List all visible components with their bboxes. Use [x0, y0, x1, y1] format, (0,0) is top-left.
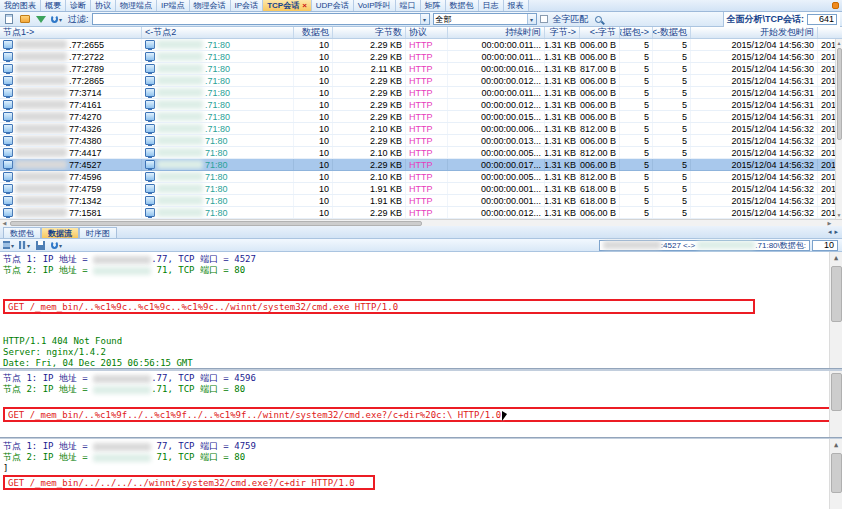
scroll-thumb[interactable]	[831, 453, 842, 493]
export-button[interactable]	[2, 13, 15, 25]
bytes-cell: 2.11 KB	[333, 63, 406, 74]
start-time-cell: 2015/12/04 14:56:32	[691, 207, 818, 218]
table-horizontal-scrollbar[interactable]: ◀ ▶	[0, 219, 842, 226]
detail-tab-时序图[interactable]: 时序图	[79, 227, 117, 238]
tab-协议[interactable]: 协议	[91, 0, 116, 11]
pane-scrollbar[interactable]	[829, 371, 842, 437]
tab-TCP会话[interactable]: TCP会话×	[263, 0, 312, 11]
filter-button[interactable]	[34, 13, 47, 25]
redacted-ip	[157, 112, 203, 121]
table-row[interactable]: 77:475971:80101.91 KBHTTP00:00:00.001...…	[0, 183, 835, 195]
tab-label: TCP会话	[267, 0, 299, 11]
pane-scrollbar[interactable]: ▲	[829, 252, 842, 368]
tab-IP端点[interactable]: IP端点	[157, 0, 190, 11]
alert-icon[interactable]	[832, 2, 839, 9]
detail-tab-数据流[interactable]: 数据流	[41, 227, 79, 238]
column-header[interactable]: 数据包	[294, 27, 333, 38]
table-row[interactable]: 77:4270.71:80102.29 KBHTTP00:00:00.015..…	[0, 111, 835, 123]
column-header[interactable]: <-数据包	[653, 27, 691, 38]
tab-UDP会话[interactable]: UDP会话	[312, 0, 354, 11]
column-header[interactable]: 节点1->	[0, 27, 142, 38]
table-row[interactable]: 77:438071:80102.29 KBHTTP00:00:00.013...…	[0, 135, 835, 147]
node-suffix: .77, TCP 端口 = 4596	[151, 373, 256, 383]
analysis-label: 全面分析\TCP会话:	[727, 13, 805, 26]
bytes-cell: 2.29 KB	[333, 207, 406, 218]
protocol-cell: HTTP	[406, 207, 448, 218]
open-folder-button[interactable]	[18, 13, 31, 25]
scroll-thumb[interactable]	[831, 266, 842, 322]
nav-left-icon[interactable]: ◂	[828, 228, 832, 236]
column-header[interactable]: 持续时间	[448, 27, 545, 38]
column-header[interactable]: 字节数	[333, 27, 406, 38]
column-header[interactable]: 开始发包时间	[691, 27, 818, 38]
scope-select[interactable]: 全部▾	[433, 13, 537, 25]
tab-数据包[interactable]: 数据包	[446, 0, 479, 11]
table-row[interactable]: .77:2655.71:80102.29 KBHTTP00:00:00.011.…	[0, 39, 835, 51]
scroll-down-icon[interactable]: ▼	[836, 211, 842, 219]
table-row[interactable]: 77:158171:80102.29 KBHTTP00:00:00.012...…	[0, 207, 835, 219]
column-header[interactable]	[818, 27, 835, 38]
table-row[interactable]: 77:134271:80101.91 KBHTTP00:00:00.001...…	[0, 195, 835, 207]
tab-报表[interactable]: 报表	[504, 0, 529, 11]
protocol-cell: HTTP	[406, 171, 448, 182]
tab-诊断[interactable]: 诊断	[66, 0, 91, 11]
tab-物理端点[interactable]: 物理端点	[116, 0, 157, 11]
tab-IP会话[interactable]: IP会话	[231, 0, 264, 11]
table-row[interactable]: .77:2789.71:80102.11 KBHTTP00:00:00.016.…	[0, 63, 835, 75]
table-row[interactable]: 77:4326.71:80102.10 KBHTTP00:00:00.006..…	[0, 123, 835, 135]
table-row[interactable]: .77:2865.71:80102.29 KBHTTP00:00:00.012.…	[0, 75, 835, 87]
save-button[interactable]	[34, 239, 47, 251]
tab-端口[interactable]: 端口	[396, 0, 421, 11]
table-row[interactable]: 77:3714.71:80102.29 KBHTTP00:00:00.011..…	[0, 87, 835, 99]
blank-line	[3, 325, 842, 336]
column-header[interactable]: 协议	[406, 27, 448, 38]
search-button[interactable]	[592, 13, 605, 25]
column-header[interactable]: 数据包->	[620, 27, 653, 38]
scroll-up-icon[interactable]: ▲	[830, 252, 842, 264]
tab-概要[interactable]: 概要	[41, 0, 66, 11]
scroll-thumb[interactable]	[10, 221, 422, 226]
tab-矩阵[interactable]: 矩阵	[421, 0, 446, 11]
packets-cell: 10	[294, 195, 333, 206]
tab-label: 诊断	[70, 0, 86, 11]
tab-VoIP呼叫[interactable]: VoIP呼叫	[354, 0, 396, 11]
refresh-stream-button[interactable]: ▾	[50, 239, 63, 251]
chevron-down-icon[interactable]: ▾	[527, 14, 536, 24]
chevron-down-icon[interactable]: ▾	[420, 14, 429, 24]
table-vertical-scrollbar[interactable]: ▲ ▼	[835, 39, 842, 219]
tab-日志[interactable]: 日志	[479, 0, 504, 11]
column-header[interactable]: 字节->	[545, 27, 580, 38]
layout-button[interactable]: ▾	[2, 239, 15, 251]
duration-cell: 00:00:00.017...	[448, 159, 545, 170]
pane-scrollbar[interactable]: ▲	[829, 439, 842, 509]
table-row[interactable]: 77:4161.71:80102.29 KBHTTP00:00:00.012..…	[0, 99, 835, 111]
scroll-up-icon[interactable]: ▲	[836, 39, 842, 47]
refresh-button[interactable]: ▾	[50, 13, 63, 25]
detail-tab-数据包[interactable]: 数据包	[3, 227, 41, 238]
whole-word-checkbox[interactable]	[540, 15, 548, 23]
tab-我的图表[interactable]: 我的图表	[0, 0, 41, 11]
node1-cell: .77:2789	[0, 63, 142, 74]
filter-input[interactable]: ▾	[92, 13, 430, 25]
column-header[interactable]: <-节点2	[142, 27, 294, 38]
table-row[interactable]: 77:459671:80102.10 KBHTTP00:00:00.005...…	[0, 171, 835, 183]
columns-button[interactable]: ▾	[18, 239, 31, 251]
filter-label: 过滤:	[68, 13, 89, 26]
scroll-thumb[interactable]	[831, 373, 842, 411]
session-selector[interactable]: :4527 <-> .71:80\数据包: 10	[599, 240, 840, 251]
host-icon	[145, 88, 155, 97]
node2-line: 节点 2: IP 地址 = 71, TCP 端口 = 80	[3, 265, 842, 276]
nav-right-icon[interactable]: ▸	[834, 228, 838, 236]
scroll-thumb[interactable]	[837, 48, 842, 140]
packets-in-cell: 5	[653, 99, 691, 110]
table-row[interactable]: .77:2722.71:80102.29 KBHTTP00:00:00.011.…	[0, 51, 835, 63]
scroll-up-icon[interactable]: ▲	[830, 439, 842, 451]
node2-cell: .71:80	[142, 63, 294, 74]
column-header[interactable]: <-字节	[580, 27, 620, 38]
http-request-line: GET /_mem_bin/../../../../winnt/system32…	[8, 478, 355, 488]
tab-物理会话[interactable]: 物理会话	[190, 0, 231, 11]
table-row[interactable]: 77:441771:80102.10 KBHTTP00:00:00.005...…	[0, 147, 835, 159]
node1-cell: 77:4417	[0, 147, 142, 158]
close-icon[interactable]: ×	[302, 1, 307, 10]
table-row[interactable]: 77:452771:80102.29 KBHTTP00:00:00.017...…	[0, 159, 835, 171]
